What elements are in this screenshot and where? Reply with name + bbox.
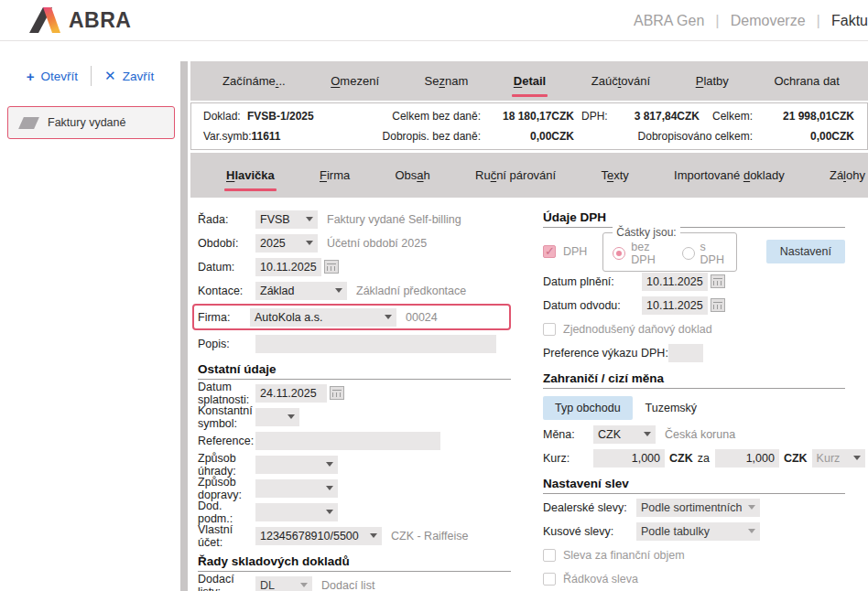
kusove-slevy-select[interactable]: Podle tabulky — [636, 522, 760, 541]
module-name: Faktu — [831, 13, 868, 29]
close-icon: ✕ — [104, 68, 116, 84]
udaje-dph-header: Údaje DPH — [543, 210, 845, 224]
calendar-icon[interactable] — [330, 386, 344, 400]
tab-importovane-doklady[interactable]: Importované doklady — [673, 165, 786, 186]
divider — [91, 66, 92, 86]
zpusob-uhrady-select[interactable] — [255, 456, 338, 474]
kontace-select[interactable]: Základ — [255, 282, 347, 300]
konstantni-symbol-row: Konstantní symbol: — [198, 406, 511, 427]
calendar-icon[interactable] — [324, 260, 339, 274]
sleva-fin-objem-label: Sleva za finanční objem — [563, 549, 685, 562]
tab-texty[interactable]: Texty — [600, 165, 629, 186]
tab-rucni-parovani[interactable]: Ruční párování — [474, 165, 557, 186]
tab-ochrana-dat[interactable]: Ochrana dat — [773, 70, 841, 91]
chevron-down-icon — [326, 510, 333, 514]
obdobi-description: Účetní období 2025 — [327, 237, 427, 250]
udaje-dph-section: Údaje DPH — [543, 210, 845, 228]
datum-label: Datum: — [198, 261, 255, 274]
kurz-input-2[interactable]: 1,000 — [715, 449, 779, 467]
form-left-column: Řada: FVSB Faktury vydané Self-billing O… — [198, 198, 511, 591]
tab-seznam[interactable]: Seznam — [424, 70, 470, 91]
kurz-za-label: za — [698, 452, 710, 465]
dobropisovano-value: 0,00CZK — [753, 130, 854, 143]
kurz-unit-1: CZK — [669, 452, 693, 465]
preference-row: Preference výkazu DPH: — [543, 342, 845, 363]
tab-hlavicka[interactable]: Hlavička — [225, 165, 276, 186]
calendar-icon[interactable] — [711, 274, 725, 288]
typ-obchodu-button[interactable]: Typ obchodu — [543, 396, 633, 420]
sidebar-scrollbar[interactable] — [180, 61, 188, 591]
chevron-down-icon — [748, 505, 755, 510]
tab-obsah[interactable]: Obsah — [394, 165, 430, 186]
datum-plneni-input[interactable]: 10.11.2025 — [642, 273, 708, 291]
radkova-sleva-checkbox[interactable] — [543, 573, 556, 586]
chevron-down-icon — [370, 533, 377, 538]
preference-input[interactable] — [668, 344, 703, 362]
document-icon — [18, 117, 39, 129]
app-name: ABRA Gen — [634, 13, 704, 29]
popis-input[interactable] — [255, 335, 496, 353]
main-tabbar: Začínáme... Omezení Seznam Detail Zaúčto… — [190, 61, 868, 101]
konstantni-symbol-select[interactable] — [255, 408, 299, 426]
sidebar-item-faktury-vydane[interactable]: Faktury vydané — [7, 106, 175, 139]
rada-select[interactable]: FVSB — [255, 210, 318, 229]
rady-skladovych-header: Řady skladových dokladů — [198, 554, 511, 568]
detail-tabbar: Hlavička Firma Obsah Ruční párování Text… — [190, 153, 868, 198]
kontace-description: Základní předkontace — [356, 285, 466, 297]
mena-description: Česká koruna — [665, 428, 735, 441]
dodaci-listy-select[interactable]: DL — [255, 576, 312, 591]
chevron-down-icon — [326, 486, 333, 490]
bez-dph-radio[interactable] — [613, 247, 625, 260]
chevron-down-icon — [306, 241, 313, 245]
mena-select[interactable]: CZK — [593, 425, 656, 444]
tab-omezeni[interactable]: Omezení — [330, 70, 380, 91]
s-dph-radio[interactable] — [682, 247, 695, 260]
kurz-row: Kurz: 1,000 CZK za 1,000 CZK Kurz — [543, 447, 845, 468]
dod-podm-label: Dod. podm.: — [198, 500, 255, 525]
zpusob-uhrady-label: Způsob úhrady: — [198, 452, 255, 478]
dealerske-slevy-select[interactable]: Podle sortimentních — [636, 499, 760, 517]
bez-dph-option[interactable]: bez DPH — [613, 241, 668, 266]
tab-zaciname[interactable]: Začínáme... — [222, 70, 287, 91]
zpusob-dopravy-select[interactable] — [255, 479, 338, 498]
tab-detail[interactable]: Detail — [513, 70, 547, 91]
sidebar-actions: + Otevřít ✕ Zavřít — [0, 66, 180, 86]
nastaveni-button[interactable]: Nastavení — [766, 240, 845, 263]
celkem-value: 21 998,01CZK — [753, 110, 854, 123]
zahranici-header: Zahraničí / cizí měna — [543, 371, 845, 385]
datum-odvodu-input[interactable]: 10.11.2025 — [642, 296, 708, 315]
datum-input[interactable]: 10.11.2025 — [255, 258, 321, 276]
reference-input[interactable] — [255, 432, 440, 450]
kurz-input-1[interactable]: 1,000 — [593, 449, 665, 467]
dobropis-value: 0,00CZK — [481, 130, 574, 143]
nastaveni-slev-section: Nastavení slev — [543, 477, 845, 494]
tab-firma[interactable]: Firma — [319, 165, 351, 186]
dph-checkbox[interactable] — [543, 245, 556, 258]
celkem-bez-dane-value: 18 180,17CZK — [481, 110, 574, 123]
obdobi-select[interactable]: 2025 — [255, 234, 318, 253]
celkem-bez-dane-label: Celkem bez daně: — [331, 110, 481, 123]
rada-label: Řada: — [198, 213, 255, 226]
tab-platby[interactable]: Platby — [695, 70, 730, 91]
zjednoduseny-checkbox[interactable] — [543, 323, 556, 336]
detail-form: Řada: FVSB Faktury vydané Self-billing O… — [190, 198, 868, 591]
kurz-type-select[interactable]: Kurz — [812, 449, 865, 467]
s-dph-option[interactable]: s DPH — [682, 241, 727, 266]
vlastni-ucet-select[interactable]: 12345678910/5500 — [255, 527, 382, 545]
close-button[interactable]: ✕ Zavřít — [104, 68, 154, 84]
obdobi-label: Období: — [198, 237, 255, 250]
firma-select[interactable]: AutoKola a.s. — [250, 308, 396, 327]
vlastni-ucet-row: Vlastní účet: 12345678910/5500 CZK - Rai… — [198, 525, 511, 546]
sleva-fin-objem-checkbox[interactable] — [543, 549, 556, 562]
calendar-icon[interactable] — [711, 298, 725, 312]
varsymb: Var.symb:11611 — [203, 130, 331, 143]
tab-zauctovani[interactable]: Zaúčtování — [591, 70, 651, 91]
open-button[interactable]: + Otevřít — [27, 69, 78, 84]
tab-zalohy[interactable]: Zálohy — [829, 165, 866, 186]
dod-podm-select[interactable] — [255, 503, 338, 521]
obdobi-row: Období: 2025 Účetní období 2025 — [198, 232, 511, 253]
brand-name: ABRA — [69, 8, 131, 33]
reference-row: Reference: — [198, 430, 511, 451]
datum-splatnosti-input[interactable]: 24.11.2025 — [255, 384, 327, 403]
typ-obchodu-value: Tuzemský — [646, 402, 698, 414]
